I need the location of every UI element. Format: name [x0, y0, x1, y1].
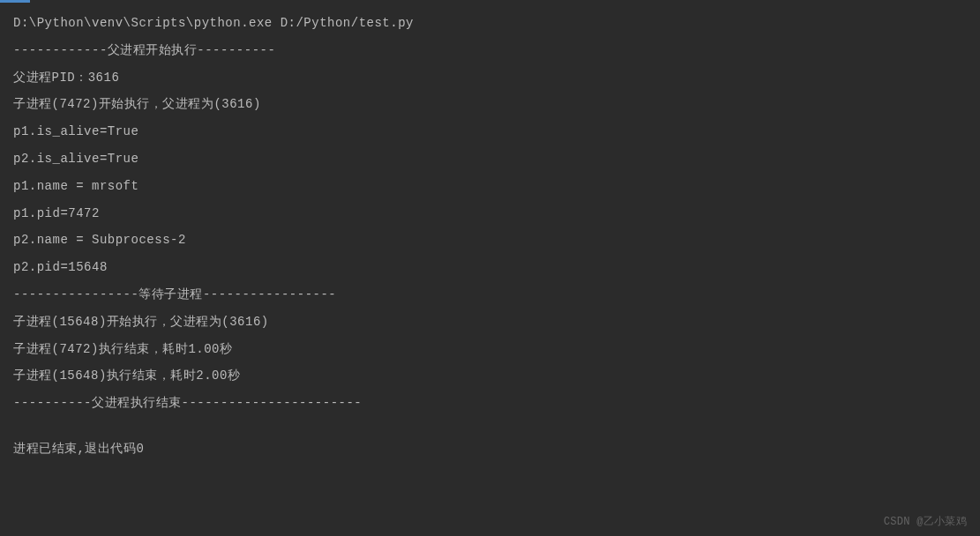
output-line: 父进程PID：3616 — [13, 64, 967, 92]
output-line: ----------------等待子进程----------------- — [13, 281, 967, 309]
output-line: 子进程(15648)执行结束，耗时2.00秒 — [13, 362, 967, 390]
output-line: p1.pid=7472 — [13, 200, 967, 227]
output-line: p2.pid=15648 — [13, 254, 967, 281]
output-line: p1.name = mrsoft — [13, 173, 967, 200]
watermark: CSDN @乙小菜鸡 — [884, 514, 967, 529]
output-line: 进程已结束,退出代码0 — [13, 436, 967, 463]
output-line: ----------父进程执行结束----------------------- — [13, 390, 967, 417]
output-blank-line — [13, 417, 967, 436]
console-output: D:\Python\venv\Scripts\python.exe D:/Pyt… — [0, 3, 980, 470]
output-line: p2.name = Subprocess-2 — [13, 227, 967, 254]
output-line: p2.is_alive=True — [13, 145, 967, 173]
window-top-bar — [0, 0, 980, 3]
output-line: p1.is_alive=True — [13, 118, 967, 145]
output-line: 子进程(7472)执行结束，耗时1.00秒 — [13, 336, 967, 363]
output-line: ------------父进程开始执行---------- — [13, 37, 967, 64]
output-line: D:\Python\venv\Scripts\python.exe D:/Pyt… — [13, 10, 967, 37]
output-line: 子进程(15648)开始执行，父进程为(3616) — [13, 309, 967, 336]
output-line: 子进程(7472)开始执行，父进程为(3616) — [13, 91, 967, 118]
